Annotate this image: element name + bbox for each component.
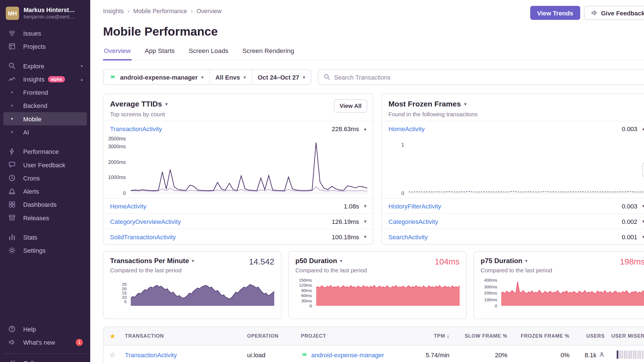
bar-chart-icon	[8, 233, 16, 241]
tab-overview[interactable]: Overview	[103, 47, 131, 60]
star-header-icon[interactable]: ★	[110, 333, 115, 339]
operation-cell: ui.load	[244, 351, 298, 358]
transaction-link[interactable]: CategoryOverviewActivity	[110, 218, 181, 225]
th-users[interactable]: USERS	[573, 333, 608, 339]
sidebar-item-ai[interactable]: AI	[3, 126, 87, 139]
frozen-row-history-filter-activity: HistoryFilterActivity 0.003 ▾	[382, 198, 644, 214]
tpm-cell: 5.74/min	[409, 351, 453, 358]
ttid-row-category-overview-activity: CategoryOverviewActivity 126.19ms ▾	[103, 214, 373, 229]
breadcrumb-mobile-performance[interactable]: Mobile Performance	[133, 8, 187, 14]
p50-value: 104ms	[435, 257, 460, 266]
tab-app-starts[interactable]: App Starts	[144, 47, 175, 60]
y-axis-labels: 10	[382, 139, 407, 193]
sidebar-item-whats-new[interactable]: What's new 1	[3, 336, 87, 349]
user-name: Markus Hinterst…	[24, 7, 75, 13]
project-link[interactable]: android-expense-manager	[311, 351, 384, 358]
th-operation[interactable]: OPERATION	[244, 333, 298, 339]
collapse-chevrons-icon	[8, 359, 16, 362]
ttid-row-solid-transaction-activity: SolidTransactionActivity 100.18ms ▾	[103, 229, 373, 244]
transaction-link[interactable]: HistoryFilterActivity	[388, 203, 441, 210]
breadcrumb-insights[interactable]: Insights	[103, 8, 124, 14]
tab-screen-loads[interactable]: Screen Loads	[188, 47, 229, 60]
search-input[interactable]	[334, 73, 644, 80]
broadcast-icon	[8, 338, 16, 346]
expand-row-icon[interactable]: ▾	[364, 203, 367, 209]
bullet-icon	[8, 118, 16, 120]
collapse-row-icon[interactable]: ▴	[642, 126, 644, 132]
chevron-down-icon[interactable]: ▾	[340, 259, 342, 263]
chevron-down-icon: ▾	[303, 75, 305, 79]
issues-icon	[8, 29, 16, 37]
transaction-link[interactable]: SolidTransactionActivity	[110, 233, 176, 240]
siren-icon	[8, 187, 16, 195]
expand-row-icon[interactable]: ▾	[364, 219, 367, 224]
sidebar-item-settings[interactable]: Settings	[3, 244, 87, 257]
sidebar-item-mobile[interactable]: Mobile	[3, 112, 87, 125]
sidebar-item-projects[interactable]: Projects	[3, 40, 87, 53]
floating-feedback-button[interactable]	[642, 162, 644, 177]
transaction-link[interactable]: CategoriesActivity	[388, 218, 438, 225]
sidebar-item-issues[interactable]: Issues	[3, 27, 87, 40]
transaction-link[interactable]: SearchActivity	[388, 233, 428, 240]
sidebar-item-backend[interactable]: Backend	[3, 99, 87, 112]
chevron-down-icon[interactable]: ▾	[192, 259, 194, 263]
th-frozen-frame[interactable]: FROZEN FRAME %	[511, 333, 573, 339]
chevron-down-icon: ▾	[201, 75, 203, 79]
view-trends-button[interactable]: View Trends	[530, 6, 580, 20]
chevron-down-icon[interactable]: ▾	[525, 259, 527, 263]
expand-row-icon[interactable]: ▾	[642, 234, 644, 240]
sidebar-item-crons[interactable]: Crons	[3, 171, 87, 184]
transaction-link[interactable]: TransactionActivity	[110, 125, 162, 132]
chevron-down-icon: ▾	[244, 75, 246, 79]
sidebar-item-frontend[interactable]: Frontend	[3, 86, 87, 99]
breadcrumb-overview[interactable]: Overview	[196, 8, 221, 14]
expand-row-icon[interactable]: ▾	[364, 234, 367, 240]
star-toggle-icon[interactable]: ☆	[110, 351, 115, 358]
project-selector[interactable]: android-expense-manager ▾	[103, 69, 210, 84]
p50-area-chart	[316, 280, 460, 306]
sidebar-item-stats[interactable]: Stats	[3, 231, 87, 244]
sidebar-item-releases[interactable]: Releases	[3, 211, 87, 224]
sidebar-item-insights[interactable]: Insights alpha ▴	[3, 72, 87, 85]
transaction-link[interactable]: HomeActivity	[388, 125, 425, 132]
sidebar-item-help[interactable]: Help	[3, 322, 87, 336]
android-icon	[109, 73, 116, 80]
view-all-button[interactable]: View All	[334, 99, 367, 112]
clock-icon	[8, 174, 16, 182]
th-transaction[interactable]: TRANSACTION	[122, 333, 244, 339]
sidebar-item-performance[interactable]: Performance	[3, 145, 87, 158]
chevron-down-icon[interactable]: ▾	[464, 101, 466, 107]
ttid-line-chart	[131, 139, 367, 193]
expand-row-icon[interactable]: ▾	[642, 203, 644, 209]
transaction-link[interactable]: TransactionActivity	[125, 351, 177, 358]
th-project[interactable]: PROJECT	[298, 333, 409, 339]
ttid-row-home-activity: HomeActivity 1.08s ▾	[103, 198, 373, 214]
users-cell: 8.1k	[573, 351, 608, 358]
table-row: ☆ TransactionActivity ui.load android-ex…	[103, 345, 644, 362]
sidebar-item-alerts[interactable]: Alerts	[3, 185, 87, 198]
expand-row-icon[interactable]: ▾	[642, 219, 644, 224]
feedback-bubble-icon	[8, 161, 16, 169]
whats-new-badge: 1	[76, 339, 83, 346]
date-range-selector[interactable]: Oct 24–Oct 27 ▾	[252, 69, 311, 84]
sidebar-item-user-feedback[interactable]: User Feedback	[3, 158, 87, 171]
user-menu[interactable]: MH Markus Hinterst… benjamin.coe@sent…	[0, 0, 90, 25]
main-content: Insights › Mobile Performance › Overview…	[90, 0, 644, 362]
transaction-link[interactable]: HomeActivity	[110, 203, 146, 210]
th-user-misery[interactable]: USER MISERY	[608, 333, 644, 339]
collapse-row-icon[interactable]: ▴	[364, 126, 367, 132]
bullet-icon	[8, 131, 16, 133]
tab-screen-rendering[interactable]: Screen Rendering	[242, 47, 295, 60]
th-slow-frame[interactable]: SLOW FRAME %	[453, 333, 511, 339]
slow-frame-cell: 20%	[453, 351, 511, 358]
chevron-down-icon[interactable]: ▾	[165, 101, 168, 107]
megaphone-icon	[591, 10, 598, 16]
environment-selector[interactable]: All Envs ▾	[210, 69, 252, 84]
bullet-icon	[8, 91, 16, 93]
sidebar-collapse-button[interactable]: Collapse	[3, 356, 87, 362]
sidebar-item-explore[interactable]: Explore ▾	[3, 59, 87, 72]
give-feedback-button[interactable]: Give Feedback	[584, 6, 644, 20]
sidebar-item-dashboards[interactable]: Dashboards	[3, 198, 87, 211]
th-tpm[interactable]: TPM↓	[409, 333, 453, 339]
android-icon	[301, 351, 308, 358]
